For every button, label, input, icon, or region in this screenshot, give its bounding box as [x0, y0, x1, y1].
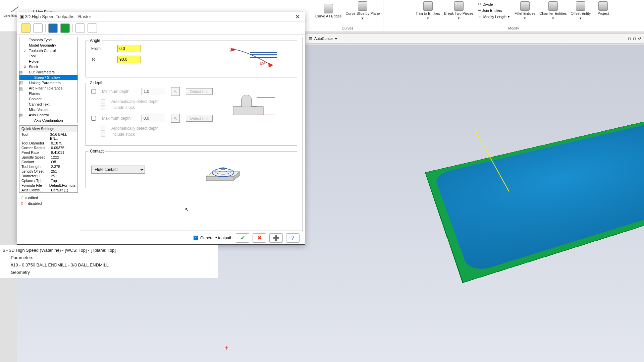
tree-op[interactable]: 6 - 3D High Speed (Waterline) - [WCS: To… [3, 247, 215, 254]
trim-button[interactable]: Trim to Entities▾ [416, 1, 440, 20]
check-icon: ✓ [20, 195, 23, 200]
ok-button[interactable]: ✔ [236, 233, 249, 243]
offset-button[interactable]: Offset Entity▾ [571, 1, 591, 20]
tree-item[interactable]: Cut Parameters [19, 69, 77, 75]
toolbar-btn-2[interactable] [33, 23, 43, 33]
qv-row: Diameter O...251 [19, 174, 77, 178]
tree-item[interactable]: Model Geometry [19, 43, 77, 48]
autocursor-button[interactable]: AutoCursor [314, 37, 333, 41]
curve-slice-by-plane-button[interactable]: Curve Slice by Plane▾ [345, 1, 380, 20]
toolpath-manager-tree[interactable]: 6 - 3D High Speed (Waterline) - [WCS: To… [0, 245, 218, 278]
qv-row: CoolantOff [19, 160, 77, 164]
qv-row: Tool Length2.375 [19, 164, 77, 169]
svg-text:60°: 60° [260, 62, 265, 66]
tree-item[interactable]: #10 - 0.3750 BALL ENDMILL - 3/8 BALL END… [3, 261, 215, 269]
quick-view-title: Quick View Settings [19, 126, 77, 132]
toolpath-surface [433, 118, 644, 274]
group-label: Modify [508, 25, 519, 30]
qv-row: Cplane / Tpl...Top [19, 178, 77, 183]
project-button[interactable]: Project [595, 1, 611, 15]
tree-item[interactable]: Parameters [3, 254, 215, 261]
tree-item[interactable]: Linking Parameters [19, 80, 77, 85]
ribbon-group-curves: Curve All Edges Curve Slice by Plane▾ Cu… [312, 0, 383, 32]
pick-min-icon: ↖ [171, 87, 180, 96]
angle-from-input[interactable] [117, 45, 141, 52]
parameter-panel: Angle From To 15° [80, 37, 303, 231]
view-toolbar: ☰ AutoCursor ▾ ◻ ◻ ↺ [306, 34, 644, 44]
detect-max-button: Detect limit [186, 115, 213, 122]
cancel-button[interactable]: ✖ [253, 233, 266, 243]
dialog-titlebar: ▣ 3D High Speed Toolpaths - Raster ✕ [17, 12, 305, 21]
fillet-button[interactable]: Fillet Entities▾ [515, 1, 535, 20]
svg-rect-9 [233, 107, 263, 115]
tree-item[interactable]: Toolpath Control [19, 48, 77, 53]
generate-label: Generate toolpath [200, 236, 232, 240]
auto-detect-min-check [101, 99, 105, 104]
legend: ✓= edited ⊘= disabled [20, 195, 78, 207]
qv-row: Formula FileDefault.Formula [19, 183, 77, 188]
angle-to-input[interactable] [117, 56, 141, 63]
break-button[interactable]: Break Two Pieces▾ [444, 1, 474, 20]
tree-item[interactable]: Canned Text [19, 102, 77, 107]
angle-illustration: 15° 60° [226, 44, 283, 72]
contact-group: Contact Flute contact [86, 151, 297, 188]
svg-marker-13 [206, 177, 233, 181]
tree-item[interactable]: Toolpath Type [19, 37, 77, 43]
group-title: Z depth [89, 80, 105, 85]
join-button[interactable]: ─ Join Entities [478, 8, 511, 13]
close-icon[interactable]: ✕ [293, 13, 302, 20]
auto-detect-max-check [101, 126, 105, 131]
qv-row: Tool3/16 BALL EN... [19, 132, 77, 141]
pick-max-icon: ↖ [171, 114, 180, 123]
tree-item[interactable]: Axis Combination [19, 118, 77, 123]
origin-marker: + [225, 344, 229, 352]
toolbar-btn-1[interactable] [21, 23, 31, 33]
view-tool-icon[interactable]: ◻ [628, 37, 631, 41]
parameter-tree[interactable]: Toolpath TypeModel GeometryToolpath Cont… [19, 37, 78, 123]
tree-item[interactable]: Steep / Shallow [19, 75, 77, 80]
detect-min-button: Detect limit [186, 88, 213, 95]
contact-illustration [200, 157, 247, 188]
qv-row: Tool Diameter0.1875 [19, 141, 77, 145]
tree-item[interactable]: Tool [19, 53, 77, 59]
tree-item[interactable]: Axis Control [19, 112, 77, 118]
qv-row: Feed Rate8.41011 [19, 150, 77, 155]
curve-all-edges-button[interactable]: Curve All Edges [315, 4, 341, 18]
min-depth-label: Minimum depth [102, 89, 136, 94]
dialog-toolbar [17, 21, 305, 35]
zdepth-illustration [223, 93, 277, 121]
calc-icon[interactable] [75, 23, 85, 33]
contact-select[interactable]: Flute contact [91, 166, 145, 174]
qv-row: Length Offset251 [19, 169, 77, 174]
svg-marker-8 [268, 63, 273, 68]
modify-length-button[interactable]: ↔ Modify Length ▾ [478, 14, 511, 19]
tree-item[interactable]: Holder [19, 59, 77, 64]
view-tool-icon[interactable]: ◻ [633, 37, 636, 41]
angle-group: Angle From To 15° [86, 41, 297, 77]
save-icon[interactable] [48, 23, 58, 33]
max-depth-check[interactable] [91, 116, 96, 121]
generate-toolpath-check[interactable] [194, 236, 198, 240]
qv-row: Axis Combi...Default (1) [19, 188, 77, 192]
quick-view-panel: Quick View Settings Tool3/16 BALL EN...T… [19, 125, 78, 193]
include-stock-max-check [101, 132, 105, 137]
min-depth-input [142, 88, 165, 95]
divide-button[interactable]: ✂ Divide [478, 1, 511, 7]
tree-item[interactable]: Misc Values [19, 107, 77, 112]
group-label: Curves [342, 25, 354, 30]
deny-icon: ⊘ [20, 201, 23, 205]
min-depth-check[interactable] [91, 89, 96, 94]
stock-block [425, 114, 644, 283]
delete-icon[interactable] [88, 23, 97, 33]
help-button[interactable]: ? [286, 233, 300, 243]
tree-item[interactable]: Arc Filter / Tolerance [19, 85, 77, 91]
tree-item[interactable]: Stock [19, 64, 77, 69]
tree-item[interactable]: Coolant [19, 96, 77, 102]
add-button[interactable]: ➕ [269, 233, 283, 243]
qv-row: Corner Radius0.09375 [19, 145, 77, 150]
tree-item[interactable]: Planes [19, 91, 77, 96]
view-tool-icon[interactable]: ↺ [638, 37, 641, 41]
chamfer-button[interactable]: Chamfer Entities▾ [539, 1, 567, 20]
save-as-icon[interactable] [60, 23, 70, 33]
tree-item[interactable]: Geometry [3, 269, 215, 276]
